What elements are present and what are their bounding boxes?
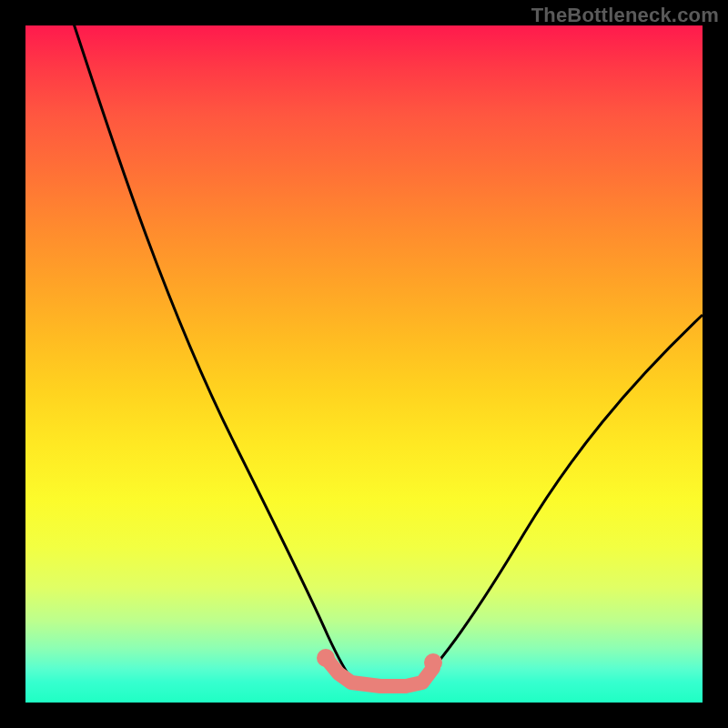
dot-right [424, 653, 442, 672]
chart-svg [25, 25, 703, 703]
dot-left [317, 649, 335, 667]
left-curve [73, 21, 353, 681]
plot-area [25, 25, 703, 703]
chart-frame: TheBottleneck.com [0, 0, 728, 728]
watermark-label: TheBottleneck.com [531, 4, 719, 27]
right-curve [433, 315, 703, 668]
